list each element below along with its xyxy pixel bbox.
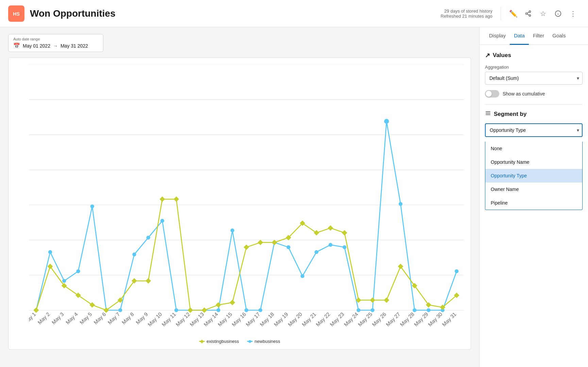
svg-text:May 19: May 19 — [273, 311, 289, 328]
nb-dot — [216, 308, 220, 312]
eb-marker — [272, 240, 277, 245]
svg-text:May 25: May 25 — [357, 311, 373, 327]
segment-select[interactable]: Opportunity Type — [485, 123, 583, 137]
tab-display[interactable]: Display — [485, 27, 510, 45]
nb-dot — [231, 228, 234, 232]
content-area: Auto date range 📅 May 01 2022 → May 31 2… — [0, 27, 479, 367]
segment-section-header: Segment by — [485, 110, 583, 118]
aggregation-label: Aggregation — [485, 65, 583, 70]
tab-filter[interactable]: Filter — [529, 27, 548, 45]
nb-dot — [258, 308, 262, 312]
info-button[interactable] — [551, 7, 565, 20]
segment-select-wrapper: Opportunity Type ▾ — [485, 123, 583, 137]
values-section-header: ↗ Values — [485, 52, 583, 59]
eb-marker — [173, 196, 179, 202]
nb-dot — [399, 202, 402, 206]
svg-text:May 21: May 21 — [301, 311, 317, 328]
nb-dot — [357, 308, 360, 312]
nb-dot — [245, 308, 248, 312]
eb-marker — [384, 297, 389, 303]
nb-dot — [286, 245, 290, 249]
eb-marker — [243, 245, 249, 250]
segment-by-section: Segment by Opportunity Type ▾ None Oppor… — [485, 110, 583, 210]
panel-tabs: Display Data Filter Goals — [480, 27, 588, 45]
svg-point-4 — [529, 15, 531, 16]
eb-marker — [146, 278, 151, 284]
divider — [485, 104, 583, 105]
svg-text:May 26: May 26 — [371, 311, 387, 328]
nb-dot — [132, 252, 136, 256]
share-button[interactable] — [521, 7, 535, 20]
nb-dot — [342, 245, 346, 249]
aggregation-select[interactable]: Default (Sum) — [485, 72, 583, 85]
tab-goals[interactable]: Goals — [548, 27, 570, 45]
svg-text:May 24: May 24 — [343, 311, 359, 327]
date-end: May 31 2022 — [61, 43, 88, 49]
star-button[interactable]: ☆ — [536, 7, 550, 20]
cumulative-label: Show as cumulative — [503, 91, 545, 97]
svg-text:May 15: May 15 — [217, 311, 233, 327]
eb-marker — [342, 230, 347, 235]
date-start: May 01 2022 — [23, 43, 50, 49]
svg-text:May 5: May 5 — [79, 311, 93, 325]
refreshed-text: Refreshed 21 minutes ago — [441, 14, 492, 19]
dropdown-item-none[interactable]: None — [485, 142, 582, 155]
segment-dropdown-list: None Opportunity Name Opportunity Type O… — [485, 142, 583, 210]
cumulative-toggle[interactable] — [485, 90, 499, 98]
dropdown-item-owner-name[interactable]: Owner Name — [485, 182, 582, 196]
segment-by-label: Segment by — [494, 111, 526, 118]
legend-nb-marker — [249, 340, 251, 343]
nb-dot — [90, 205, 94, 208]
eb-marker — [33, 308, 39, 313]
nb-dot — [455, 269, 458, 273]
header-actions: ✏️ ☆ ⋮ — [501, 7, 580, 20]
legend-eb-label: existingbusiness — [206, 339, 239, 344]
chart-legend: existingbusiness newbusiness — [199, 339, 280, 344]
trend-icon: ↗ — [485, 52, 490, 59]
legend-newbusiness: newbusiness — [247, 339, 280, 344]
cumulative-toggle-row: Show as cumulative — [485, 90, 583, 98]
svg-text:May 27: May 27 — [385, 311, 401, 328]
nb-dot — [427, 308, 431, 312]
more-button[interactable]: ⋮ — [566, 7, 580, 20]
svg-text:HS: HS — [13, 11, 19, 17]
svg-text:May 20: May 20 — [287, 311, 303, 327]
nb-dot — [315, 250, 318, 254]
svg-text:May 13: May 13 — [189, 311, 205, 328]
right-panel: Display Data Filter Goals ↗ Values Aggre… — [479, 27, 588, 367]
main-layout: Auto date range 📅 May 01 2022 → May 31 2… — [0, 27, 588, 367]
svg-text:May 11: May 11 — [161, 311, 177, 328]
svg-text:May 6: May 6 — [93, 311, 107, 326]
nb-dot — [48, 250, 52, 254]
svg-text:May 2: May 2 — [37, 311, 51, 326]
eb-marker — [202, 308, 207, 313]
svg-text:May 7: May 7 — [107, 311, 121, 326]
nb-dot — [161, 219, 164, 223]
nb-dot — [301, 274, 304, 278]
dropdown-item-opportunity-type[interactable]: Opportunity Type — [485, 169, 582, 182]
svg-text:May 30: May 30 — [427, 311, 443, 327]
toggle-thumb — [486, 91, 492, 97]
svg-text:May 8: May 8 — [121, 311, 135, 326]
edit-button[interactable]: ✏️ — [506, 7, 520, 20]
legend-nb-label: newbusiness — [255, 339, 280, 344]
dropdown-item-opportunity-name[interactable]: Opportunity Name — [485, 155, 582, 169]
chart-svg: $1,200 $1,000 $800.00 $600.00 $400.00 $2… — [29, 65, 464, 329]
header-meta: 29 days of stored history Refreshed 21 m… — [441, 8, 492, 19]
tab-data[interactable]: Data — [510, 27, 529, 45]
dropdown-item-pipeline[interactable]: Pipeline — [485, 196, 582, 210]
newbusiness-line — [36, 121, 456, 310]
eb-marker — [314, 230, 319, 235]
stored-history-text: 29 days of stored history — [444, 8, 492, 14]
svg-line-6 — [527, 12, 529, 13]
svg-text:May 17: May 17 — [245, 311, 261, 328]
eb-marker — [75, 293, 81, 298]
app-logo: HS — [8, 5, 24, 22]
svg-text:May 16: May 16 — [231, 311, 247, 328]
svg-text:May 3: May 3 — [51, 311, 65, 326]
svg-text:May 28: May 28 — [399, 311, 415, 328]
svg-text:May 1: May 1 — [29, 311, 37, 326]
page-title: Won Opportunities — [30, 8, 441, 19]
eb-marker — [328, 225, 333, 231]
date-range-picker[interactable]: Auto date range 📅 May 01 2022 → May 31 2… — [8, 34, 103, 52]
